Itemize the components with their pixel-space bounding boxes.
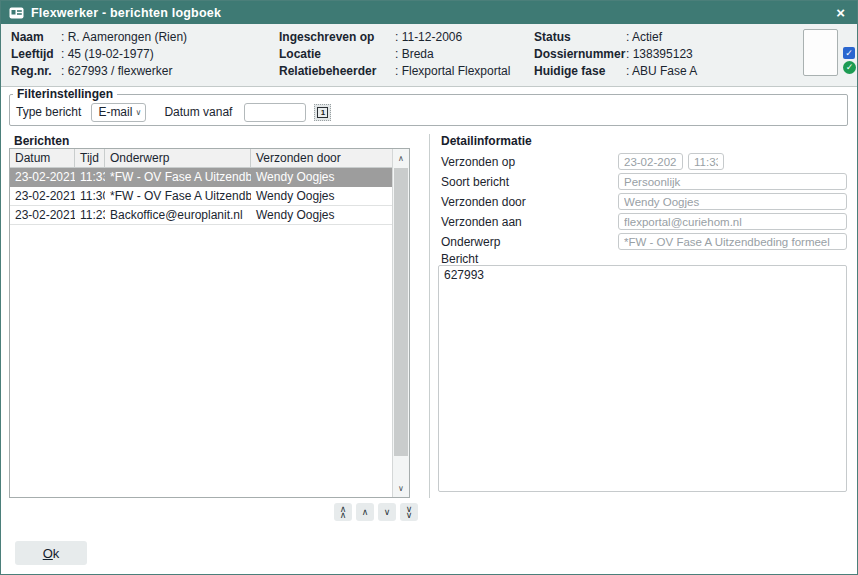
locatie-label: Locatie: [279, 47, 395, 61]
cell-datum: 23-02-2021: [10, 168, 75, 186]
cell-verzonden-door: Wendy Oogjes: [251, 168, 409, 186]
huidige-fase-label: Huidige fase: [534, 64, 626, 78]
nav-previous-button[interactable]: ∧: [356, 503, 374, 521]
chevron-down-icon: ∨: [384, 509, 391, 515]
header-column-1: Naam: R. Aamerongen (Rien) Leeftijd: 45 …: [11, 30, 187, 81]
huidige-fase-value: : ABU Fase A: [626, 64, 697, 78]
calendar-icon: 1: [317, 107, 328, 118]
leeftijd-label: Leeftijd: [11, 47, 61, 61]
berichten-table: Datum Tijd Onderwerp Verzonden door 23-0…: [9, 148, 410, 498]
column-header-datum[interactable]: Datum: [10, 149, 75, 167]
cell-onderwerp: Backoffice@europlanit.nl: [105, 206, 251, 224]
cell-onderwerp: *FW - OV Fase A Uitzendb...: [105, 187, 251, 205]
regnr-label: Reg.nr.: [11, 64, 61, 78]
cell-datum: 23-02-2021: [10, 187, 75, 205]
filter-fieldset: Filterinstellingen Type bericht E-mail ∨…: [9, 87, 848, 126]
nav-last-button[interactable]: ∨ ∨: [400, 503, 418, 521]
cell-verzonden-door: Wendy Oogjes: [251, 187, 409, 205]
ingeschreven-value: : 11-12-2006: [395, 30, 462, 44]
datum-vanaf-label: Datum vanaf: [164, 105, 232, 119]
nav-next-button[interactable]: ∨: [378, 503, 396, 521]
cell-tijd: 11:33: [75, 168, 105, 186]
chevron-up-icon: ∧: [362, 509, 369, 515]
type-bericht-select[interactable]: E-mail ∨: [91, 103, 146, 122]
table-row[interactable]: 23-02-2021 11:33 *FW - OV Fase A Uitzend…: [10, 168, 409, 187]
scroll-up-icon[interactable]: ∧: [393, 149, 409, 167]
cell-tijd: 11:30: [75, 187, 105, 205]
ok-button[interactable]: Ok: [15, 541, 87, 565]
double-chevron-up-icon: ∧: [340, 512, 347, 518]
dialog-window: Flexwerker - berichten logboek × Naam: R…: [0, 0, 858, 575]
berichten-title: Berichten: [14, 134, 69, 148]
ingeschreven-label: Ingeschreven op: [279, 30, 395, 44]
dossiernummer-label: Dossiernummer: [534, 47, 626, 61]
verzonden-op-label: Verzonden op: [441, 155, 515, 169]
photo-placeholder: [803, 29, 838, 76]
ok-accesskey: O: [43, 546, 53, 561]
type-bericht-label: Type bericht: [16, 105, 81, 119]
column-header-onderwerp[interactable]: Onderwerp: [105, 149, 251, 167]
leeftijd-value: : 45 (19-02-1977): [61, 47, 154, 61]
cell-onderwerp: *FW - OV Fase A Uitzendb...: [105, 168, 251, 186]
nav-first-button[interactable]: ∧ ∧: [334, 503, 352, 521]
bericht-textarea[interactable]: 627993: [438, 265, 847, 492]
naam-label: Naam: [11, 30, 61, 44]
filter-legend: Filterinstellingen: [13, 87, 117, 101]
verzonden-op-time-input[interactable]: [688, 153, 724, 170]
vertical-scrollbar[interactable]: ∧ ∨: [392, 149, 409, 497]
verzonden-door-label: Verzonden door: [441, 195, 526, 209]
relatiebeheerder-label: Relatiebeheerder: [279, 64, 395, 78]
header-column-3: Status: Actief Dossiernummer: 138395123 …: [534, 30, 697, 81]
table-header: Datum Tijd Onderwerp Verzonden door: [10, 149, 409, 168]
scroll-down-icon[interactable]: ∨: [393, 479, 409, 497]
double-chevron-down-icon: ∨: [406, 512, 413, 518]
id-card-icon: [9, 7, 24, 19]
column-header-tijd[interactable]: Tijd: [75, 149, 105, 167]
checked-checkbox[interactable]: ✓: [843, 47, 855, 59]
status-value: : Actief: [626, 30, 662, 44]
close-icon[interactable]: ×: [832, 1, 849, 24]
status-ok-icon: ✓: [843, 61, 856, 74]
soort-bericht-label: Soort bericht: [441, 175, 509, 189]
titlebar: Flexwerker - berichten logboek ×: [1, 1, 857, 24]
regnr-value: : 627993 / flexwerker: [61, 64, 172, 78]
onderwerp-input[interactable]: [618, 233, 847, 250]
bericht-label: Bericht: [441, 252, 478, 266]
panel-divider: [429, 134, 430, 498]
verzonden-door-input[interactable]: [618, 193, 847, 210]
scrollbar-thumb[interactable]: [394, 168, 408, 456]
dossiernummer-value: : 138395123: [626, 47, 693, 61]
window-title: Flexwerker - berichten logboek: [31, 6, 221, 20]
onderwerp-label: Onderwerp: [441, 235, 500, 249]
chevron-down-icon: ∨: [136, 108, 142, 117]
relatiebeheerder-value: : Flexportal Flexportal: [395, 64, 510, 78]
soort-bericht-input[interactable]: [618, 173, 847, 190]
filter-row: Type bericht E-mail ∨ Datum vanaf 1: [10, 101, 847, 123]
naam-value: : R. Aamerongen (Rien): [61, 30, 187, 44]
locatie-value: : Breda: [395, 47, 434, 61]
datum-vanaf-input[interactable]: [244, 103, 306, 122]
verzonden-aan-label: Verzonden aan: [441, 215, 522, 229]
table-row[interactable]: 23-02-2021 11:23 Backoffice@europlanit.n…: [10, 206, 409, 225]
header-column-2: Ingeschreven op: 11-12-2006 Locatie: Bre…: [279, 30, 510, 81]
cell-datum: 23-02-2021: [10, 206, 75, 224]
status-label: Status: [534, 30, 626, 44]
ok-rest: k: [53, 546, 60, 561]
verzonden-op-date-input[interactable]: [618, 153, 683, 170]
record-navigation: ∧ ∧ ∧ ∨ ∨ ∨: [334, 503, 418, 521]
calendar-picker-button[interactable]: 1: [314, 104, 331, 121]
verzonden-aan-input[interactable]: [618, 213, 847, 230]
flexworker-header: Naam: R. Aamerongen (Rien) Leeftijd: 45 …: [1, 24, 857, 87]
table-row[interactable]: 23-02-2021 11:30 *FW - OV Fase A Uitzend…: [10, 187, 409, 206]
cell-tijd: 11:23: [75, 206, 105, 224]
cell-verzonden-door: Wendy Oogjes: [251, 206, 409, 224]
detail-title: Detailinformatie: [441, 134, 532, 148]
type-bericht-selected-value: E-mail: [98, 105, 132, 119]
column-header-verzonden-door[interactable]: Verzonden door: [251, 149, 409, 167]
